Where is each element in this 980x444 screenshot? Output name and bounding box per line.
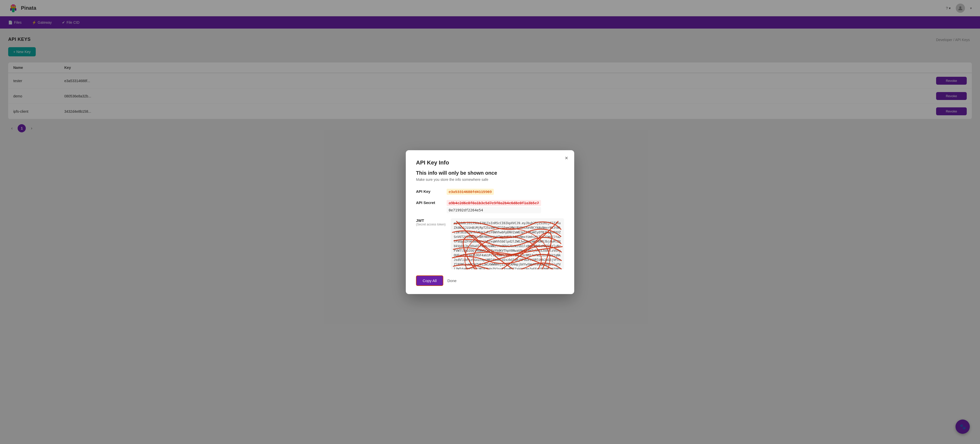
- modal-actions: Copy All Done: [416, 276, 564, 286]
- api-secret-value-line1: a9b4c2d6e8f0a1b3c5d7e9f0a2b4c6d8e0f1a3b5…: [447, 200, 541, 206]
- api-key-label: API Key: [416, 189, 442, 193]
- jwt-label: JWT: [416, 218, 445, 223]
- modal-close-button[interactable]: ×: [565, 155, 568, 161]
- api-secret-label: API Secret: [416, 200, 442, 205]
- modal-title: API Key Info: [416, 159, 564, 166]
- api-secret-value-line2: 0e71992df2264e54: [447, 207, 541, 213]
- api-key-field: API Key e3a53314688fd4115969: [416, 189, 564, 195]
- modal-subtext: Make sure you store the info somewhere s…: [416, 178, 564, 182]
- api-secret-field: API Secret a9b4c2d6e8f0a1b3c5d7e9f0a2b4c…: [416, 200, 564, 213]
- modal-overlay: × API Key Info This info will only be sh…: [0, 0, 980, 444]
- done-button[interactable]: Done: [447, 279, 457, 283]
- jwt-sublabel: (Secret access token): [416, 223, 445, 226]
- copy-all-button[interactable]: Copy All: [416, 276, 443, 286]
- jwt-field: JWT (Secret access token) eyJhbGciOiJSUz…: [416, 218, 564, 269]
- api-key-info-modal: × API Key Info This info will only be sh…: [406, 150, 574, 294]
- modal-headline: This info will only be shown once: [416, 170, 564, 176]
- api-key-value: e3a53314688fd4115969: [447, 189, 494, 195]
- jwt-value: eyJhbGciOiJSUzI1NiIsInR5cCI6IkpXVCJ9.eyJ…: [451, 218, 564, 269]
